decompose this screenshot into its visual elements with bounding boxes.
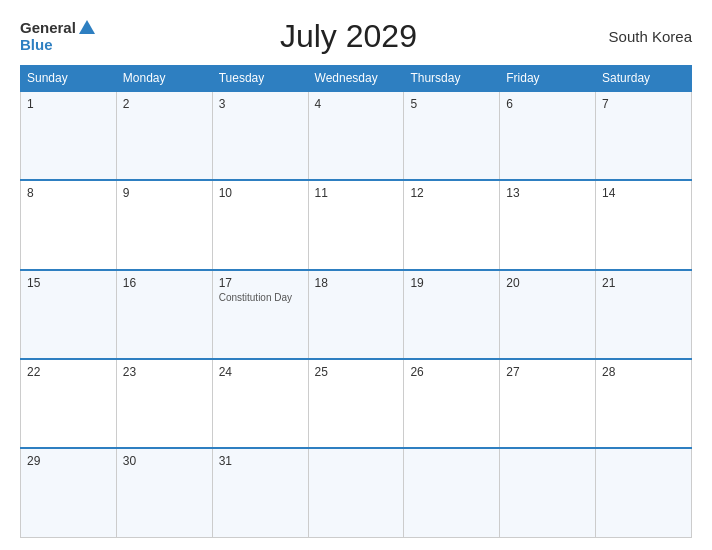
- day-number: 31: [219, 454, 302, 468]
- calendar-cell: 1: [21, 91, 117, 180]
- calendar-cell: 21: [596, 270, 692, 359]
- calendar-cell: 28: [596, 359, 692, 448]
- day-number: 24: [219, 365, 302, 379]
- calendar-cell: 31: [212, 448, 308, 537]
- day-number: 10: [219, 186, 302, 200]
- calendar-cell: 10: [212, 180, 308, 269]
- day-number: 18: [315, 276, 398, 290]
- day-number: 5: [410, 97, 493, 111]
- calendar-cell: 13: [500, 180, 596, 269]
- calendar-cell: 14: [596, 180, 692, 269]
- day-number: 15: [27, 276, 110, 290]
- day-number: 14: [602, 186, 685, 200]
- calendar-cell: 25: [308, 359, 404, 448]
- calendar-week-row: 1234567: [21, 91, 692, 180]
- day-number: 19: [410, 276, 493, 290]
- day-number: 3: [219, 97, 302, 111]
- calendar-cell: 26: [404, 359, 500, 448]
- calendar-cell: 2: [116, 91, 212, 180]
- day-number: 30: [123, 454, 206, 468]
- calendar-cell: 30: [116, 448, 212, 537]
- day-number: 2: [123, 97, 206, 111]
- calendar-cell: 29: [21, 448, 117, 537]
- day-number: 17: [219, 276, 302, 290]
- day-number: 27: [506, 365, 589, 379]
- day-number: 23: [123, 365, 206, 379]
- day-number: 4: [315, 97, 398, 111]
- day-number: 22: [27, 365, 110, 379]
- calendar-cell: 9: [116, 180, 212, 269]
- calendar-table: Sunday Monday Tuesday Wednesday Thursday…: [20, 65, 692, 538]
- calendar-cell: 5: [404, 91, 500, 180]
- calendar-cell: 27: [500, 359, 596, 448]
- calendar-cell: 8: [21, 180, 117, 269]
- day-number: 9: [123, 186, 206, 200]
- day-number: 12: [410, 186, 493, 200]
- calendar-cell: 19: [404, 270, 500, 359]
- day-number: 26: [410, 365, 493, 379]
- calendar-cell: 4: [308, 91, 404, 180]
- day-number: 20: [506, 276, 589, 290]
- day-number: 8: [27, 186, 110, 200]
- logo: General Blue: [20, 20, 95, 53]
- calendar-cell: 12: [404, 180, 500, 269]
- header-friday: Friday: [500, 66, 596, 92]
- calendar-week-row: 293031: [21, 448, 692, 537]
- calendar-cell: 17Constitution Day: [212, 270, 308, 359]
- calendar-cell: 22: [21, 359, 117, 448]
- logo-blue-text: Blue: [20, 37, 95, 54]
- day-number: 11: [315, 186, 398, 200]
- calendar-cell: 16: [116, 270, 212, 359]
- calendar-cell: 20: [500, 270, 596, 359]
- calendar-week-row: 22232425262728: [21, 359, 692, 448]
- day-number: 16: [123, 276, 206, 290]
- header-tuesday: Tuesday: [212, 66, 308, 92]
- header-wednesday: Wednesday: [308, 66, 404, 92]
- calendar-cell: 7: [596, 91, 692, 180]
- calendar-cell: 18: [308, 270, 404, 359]
- calendar-cell: 24: [212, 359, 308, 448]
- weekday-header-row: Sunday Monday Tuesday Wednesday Thursday…: [21, 66, 692, 92]
- calendar-page: General Blue July 2029 South Korea Sunda…: [0, 0, 712, 550]
- day-number: 29: [27, 454, 110, 468]
- logo-general-text: General: [20, 20, 76, 37]
- calendar-cell: [500, 448, 596, 537]
- calendar-cell: 3: [212, 91, 308, 180]
- day-number: 21: [602, 276, 685, 290]
- calendar-week-row: 151617Constitution Day18192021: [21, 270, 692, 359]
- calendar-week-row: 891011121314: [21, 180, 692, 269]
- calendar-cell: [596, 448, 692, 537]
- day-number: 7: [602, 97, 685, 111]
- day-number: 28: [602, 365, 685, 379]
- header-sunday: Sunday: [21, 66, 117, 92]
- calendar-title: July 2029: [95, 18, 602, 55]
- header: General Blue July 2029 South Korea: [20, 18, 692, 55]
- country-label: South Korea: [602, 28, 692, 45]
- calendar-cell: 11: [308, 180, 404, 269]
- day-number: 6: [506, 97, 589, 111]
- day-number: 13: [506, 186, 589, 200]
- event-label: Constitution Day: [219, 292, 302, 303]
- calendar-cell: [404, 448, 500, 537]
- calendar-cell: 6: [500, 91, 596, 180]
- calendar-cell: 23: [116, 359, 212, 448]
- logo-triangle-icon: [79, 20, 95, 34]
- calendar-cell: 15: [21, 270, 117, 359]
- day-number: 1: [27, 97, 110, 111]
- header-saturday: Saturday: [596, 66, 692, 92]
- calendar-cell: [308, 448, 404, 537]
- header-thursday: Thursday: [404, 66, 500, 92]
- day-number: 25: [315, 365, 398, 379]
- header-monday: Monday: [116, 66, 212, 92]
